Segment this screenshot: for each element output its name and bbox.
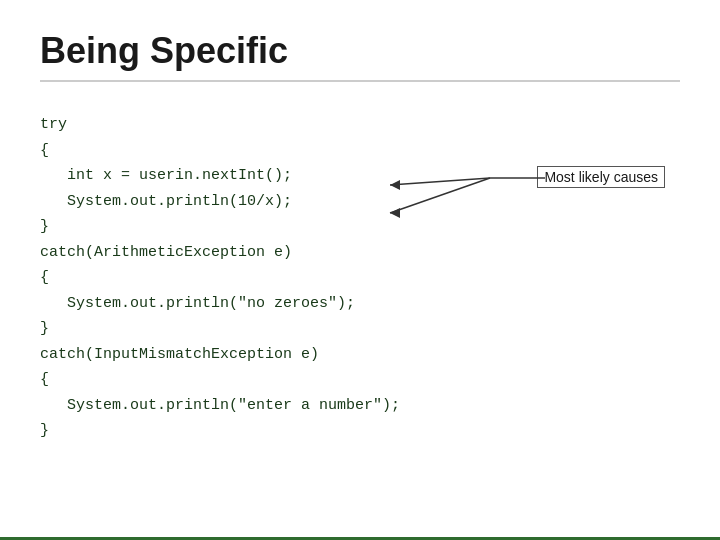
- code-line-7: {: [40, 265, 680, 291]
- code-line-10: catch(InputMismatchException e): [40, 342, 680, 368]
- code-line-12: System.out.println("enter a number");: [40, 393, 680, 419]
- code-line-4: System.out.println(10/x);: [40, 189, 680, 215]
- code-line-13: }: [40, 418, 680, 444]
- annotation-label: Most likely causes: [537, 168, 665, 186]
- code-line-6: catch(ArithmeticException e): [40, 240, 680, 266]
- code-line-5: }: [40, 214, 680, 240]
- code-line-9: }: [40, 316, 680, 342]
- code-line-2: {: [40, 138, 680, 164]
- slide: Being Specific try { int x = userin.next…: [0, 0, 720, 540]
- slide-title: Being Specific: [40, 30, 680, 82]
- code-block: try { int x = userin.nextInt(); System.o…: [40, 112, 680, 444]
- code-line-8: System.out.println("no zeroes");: [40, 291, 680, 317]
- code-line-1: try: [40, 112, 680, 138]
- code-line-11: {: [40, 367, 680, 393]
